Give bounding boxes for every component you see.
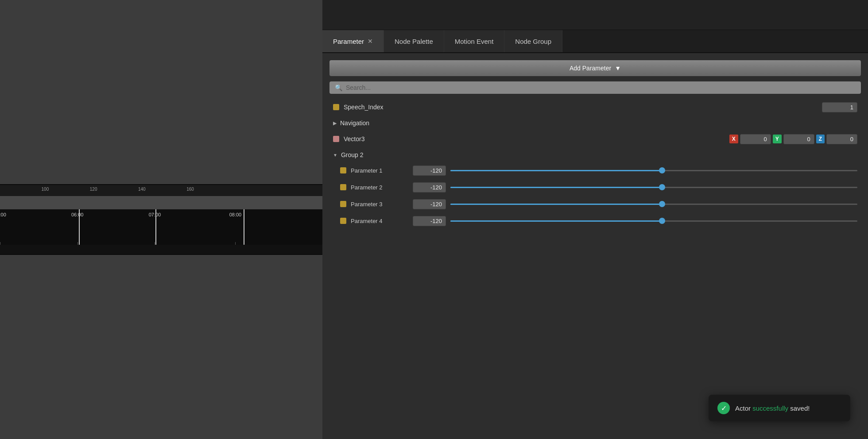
param3-name: Parameter 3 <box>351 201 408 208</box>
param4-icon <box>340 218 346 224</box>
parameter-list: Speech_Index ▶ Navigation Vector3 X Y Z <box>329 99 861 228</box>
add-parameter-label: Add Parameter <box>570 65 611 72</box>
timeline-bottom-area <box>0 255 322 439</box>
param1-fill <box>450 170 662 171</box>
time-label-0600: 06:00 <box>71 212 84 217</box>
vector3-z-label: Z <box>816 135 825 143</box>
vector3-x-label: X <box>729 135 738 143</box>
left-panel: 100 120 140 160 00:00 06:00 07:00 08:00 <box>0 0 322 439</box>
navigation-row[interactable]: ▶ Navigation <box>329 117 861 129</box>
add-parameter-button[interactable]: Add Parameter ▼ <box>329 60 861 76</box>
param2-value[interactable] <box>413 182 446 193</box>
group2-name: Group 2 <box>341 151 364 158</box>
param4-fill <box>450 220 662 222</box>
param-row-speech-index[interactable]: Speech_Index <box>329 99 861 115</box>
param3-thumb[interactable] <box>659 201 665 207</box>
tab-node-palette-label: Node Palette <box>395 38 433 45</box>
toast-notification: ✓ Actor successfully saved! <box>709 395 850 421</box>
tick-0 <box>0 242 0 245</box>
ruler-num-120: 120 <box>90 187 97 192</box>
time-label-0000: 00:00 <box>0 212 6 217</box>
timeline-indicator-2 <box>155 209 156 245</box>
group2-expand-icon: ▼ <box>333 153 337 158</box>
vector3-icon <box>333 136 339 142</box>
toast-highlight: successfully <box>752 404 788 412</box>
param4-track <box>450 220 857 222</box>
ruler-num-140: 140 <box>138 187 146 192</box>
group2-row[interactable]: ▼ Group 2 <box>329 149 861 161</box>
param3-track <box>450 204 857 205</box>
tick-3 <box>235 242 236 245</box>
speech-index-value[interactable] <box>822 102 857 112</box>
toast-text: Actor successfully saved! <box>735 404 810 412</box>
param-row-param1[interactable]: Parameter 1 <box>329 163 861 178</box>
tab-node-palette[interactable]: Node Palette <box>384 30 444 52</box>
ruler-num-100: 100 <box>42 187 49 192</box>
param-row-param4[interactable]: Parameter 4 <box>329 213 861 228</box>
ruler-num-160: 160 <box>186 187 194 192</box>
add-parameter-arrow-icon: ▼ <box>615 65 621 72</box>
tab-parameter-close[interactable]: ✕ <box>368 38 373 45</box>
param1-thumb[interactable] <box>659 167 665 173</box>
timeline-section: 100 120 140 160 00:00 06:00 07:00 08:00 <box>0 184 322 255</box>
tab-node-group[interactable]: Node Group <box>504 30 562 52</box>
tab-parameter-label: Parameter <box>333 38 364 45</box>
timeline-track[interactable]: 00:00 06:00 07:00 08:00 <box>0 209 322 245</box>
param2-track <box>450 187 857 188</box>
search-bar: 🔍 <box>329 81 861 94</box>
toast-suffix: saved! <box>788 404 810 412</box>
param2-slider[interactable] <box>450 183 857 191</box>
vector3-x-input[interactable] <box>740 134 771 144</box>
param1-name: Parameter 1 <box>351 167 408 174</box>
speech-index-icon <box>333 104 339 110</box>
navigation-arrow-icon: ▶ <box>333 120 337 126</box>
speech-index-name: Speech_Index <box>344 104 818 111</box>
timeline-indicator-1 <box>79 209 80 245</box>
navigation-name: Navigation <box>340 119 369 127</box>
param1-value[interactable] <box>413 166 446 176</box>
param1-track <box>450 170 857 171</box>
vector3-name: Vector3 <box>344 135 725 142</box>
top-bar <box>322 0 868 30</box>
param3-icon <box>340 201 346 207</box>
param2-thumb[interactable] <box>659 184 665 190</box>
param3-fill <box>450 204 662 205</box>
tick-1 <box>78 242 78 245</box>
param4-thumb[interactable] <box>659 218 665 224</box>
content-area: Add Parameter ▼ 🔍 Speech_Index ▶ Navigat… <box>322 53 868 439</box>
param-row-param3[interactable]: Parameter 3 <box>329 196 861 212</box>
param4-slider[interactable] <box>450 217 857 225</box>
param-row-vector3[interactable]: Vector3 X Y Z <box>329 131 861 147</box>
vector3-inputs: X Y Z <box>729 134 857 144</box>
param4-value[interactable] <box>413 216 446 226</box>
param3-slider[interactable] <box>450 200 857 208</box>
toast-check-icon: ✓ <box>717 402 730 414</box>
param1-icon <box>340 167 346 173</box>
tabs-row: Parameter ✕ Node Palette Motion Event No… <box>322 30 868 53</box>
search-input[interactable] <box>346 84 856 91</box>
vector3-y-label: Y <box>773 135 782 143</box>
param1-slider[interactable] <box>450 166 857 174</box>
param2-icon <box>340 184 346 190</box>
time-label-0700: 07:00 <box>149 212 161 217</box>
timeline-indicator-3 <box>244 209 244 245</box>
vector3-z-input[interactable] <box>826 134 857 144</box>
param2-fill <box>450 187 662 188</box>
timeline-top-area <box>0 0 322 184</box>
tab-motion-event[interactable]: Motion Event <box>444 30 505 52</box>
param3-value[interactable] <box>413 199 446 209</box>
time-label-0800: 08:00 <box>229 212 242 217</box>
vector3-y-input[interactable] <box>783 134 814 144</box>
ruler-numbers-row: 100 120 140 160 <box>0 185 322 196</box>
tab-motion-event-label: Motion Event <box>455 38 494 45</box>
toast-prefix: Actor <box>735 404 752 412</box>
right-panel: Parameter ✕ Node Palette Motion Event No… <box>322 0 868 439</box>
tab-node-group-label: Node Group <box>515 38 551 45</box>
tab-parameter[interactable]: Parameter ✕ <box>322 30 384 52</box>
param-row-param2[interactable]: Parameter 2 <box>329 180 861 195</box>
param2-name: Parameter 2 <box>351 184 408 191</box>
timeline-grey-row <box>0 196 322 209</box>
param4-name: Parameter 4 <box>351 218 408 224</box>
search-icon: 🔍 <box>335 84 342 91</box>
